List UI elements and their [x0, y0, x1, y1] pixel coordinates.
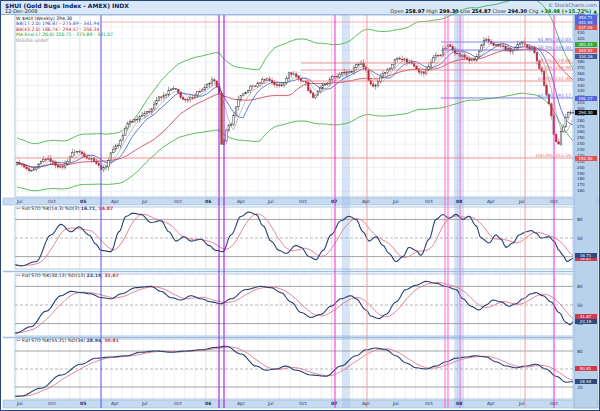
chart-canvas[interactable]: [1, 1, 600, 411]
chart-window: $HUI (Gold Bugs Index - AMEX) INDX © Sto…: [0, 0, 600, 411]
